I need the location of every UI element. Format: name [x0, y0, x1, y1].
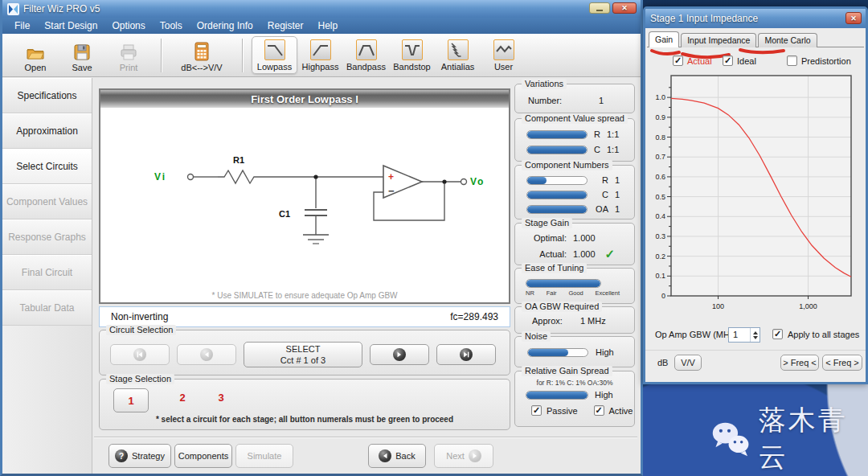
cutoff-frequency-value: fc=289.493 [450, 311, 498, 322]
r-count-bar [526, 176, 588, 185]
sidebar-item-specifications[interactable]: Specifications [2, 78, 92, 113]
back-button[interactable]: Back [368, 444, 426, 468]
variations-group: Variations Number: 1 [514, 84, 635, 113]
actual-checkbox[interactable]: ✓ [673, 55, 683, 66]
sidebar-item-approximation[interactable]: Approximation [2, 113, 92, 149]
passive-checkbox[interactable]: ✓ [531, 405, 542, 416]
vv-toggle[interactable]: V/V [674, 355, 702, 371]
vi-label: Vi [154, 171, 166, 183]
svg-text:1.0: 1.0 [655, 93, 665, 101]
tab-input-impedance[interactable]: Input Impedance [681, 33, 756, 47]
circuit-type-label: Non-inverting [111, 311, 168, 322]
impedance-close-button[interactable]: ✕ [845, 12, 862, 24]
svg-text:0.5: 0.5 [655, 193, 665, 201]
svg-text:0: 0 [661, 292, 665, 300]
menu-options[interactable]: Options [104, 18, 152, 34]
stage-selection-group: Stage Selection 1 2 3 * select a circuit… [99, 379, 510, 430]
sidebar-item-component-values[interactable]: Component Values [2, 184, 92, 220]
svg-text:0.4: 0.4 [655, 212, 665, 220]
menu-help[interactable]: Help [310, 18, 345, 34]
first-circuit-button[interactable] [110, 344, 170, 365]
filter-lowpass-button[interactable]: Lowpass [252, 36, 297, 74]
menu-file[interactable]: File [7, 18, 37, 34]
noise-group: Noise High [514, 336, 635, 367]
impedance-tabs: Gain Input Impedance Monte Carlo [649, 31, 819, 47]
workflow-sidebar: Specifications Approximation Select Circ… [2, 78, 92, 474]
vo-label: Vo [470, 176, 485, 187]
stage-2-button[interactable]: 2 [170, 392, 194, 404]
filter-user-button[interactable]: User [481, 36, 526, 74]
svg-text:0.1: 0.1 [655, 272, 665, 280]
tab-gain[interactable]: Gain [649, 31, 679, 47]
variations-number-label: Number: [528, 96, 562, 105]
tab-monte-carlo[interactable]: Monte Carlo [758, 33, 817, 47]
menu-ordering-info[interactable]: Ordering Info [190, 18, 260, 34]
next-circuit-button[interactable] [370, 344, 429, 365]
filter-bandpass-button[interactable]: Bandpass [343, 36, 389, 74]
predistortion-label: Predistortion [801, 56, 851, 66]
simulate-note: * Use SIMULATE to ensure adequate Op Amp… [100, 291, 509, 300]
next-icon [393, 348, 406, 361]
strategy-button[interactable]: ? Strategy [108, 444, 171, 468]
menu-tools[interactable]: Tools [153, 18, 190, 34]
sidebar-item-tabular-data[interactable]: Tabular Data [2, 290, 92, 326]
print-button[interactable]: Print [105, 39, 152, 72]
ideal-checkbox[interactable]: ✓ [723, 55, 733, 66]
stage-selection-note: * select a circuit for each stage; all b… [100, 415, 510, 424]
db-vv-button[interactable]: dB<-->V/V [170, 39, 233, 72]
c1-label: C1 [279, 209, 290, 219]
previous-circuit-button[interactable] [177, 344, 236, 365]
simulate-button[interactable]: Simulate [235, 444, 293, 468]
stage-gain-group: Stage Gain Optimal: 1.000 Actual: 1.000 … [514, 223, 635, 265]
filter-bandstop-button[interactable]: Bandstop [389, 36, 435, 74]
next-button[interactable]: Next [434, 444, 493, 468]
db-toggle[interactable]: dB [657, 358, 668, 367]
stage-3-button[interactable]: 3 [209, 392, 233, 404]
gbw-value: 1 [729, 328, 750, 342]
svg-text:0.3: 0.3 [655, 232, 665, 240]
save-button[interactable]: Save [59, 39, 105, 72]
stage-1-button[interactable]: 1 [113, 388, 149, 412]
gbw-row: Op Amp GBW (MHz) 1 ✓ Apply to all stages [645, 327, 866, 347]
close-button[interactable]: ✕ [612, 2, 637, 14]
sidebar-item-response-graphs[interactable]: Response Graphs [2, 220, 92, 255]
menu-register[interactable]: Register [260, 18, 311, 34]
svg-text:0.7: 0.7 [655, 153, 665, 161]
bandpass-curve-icon [356, 39, 377, 60]
svg-text:0.9: 0.9 [655, 113, 665, 121]
component-value-spread-group: Component Value spread R 1:1 C 1:1 [514, 118, 635, 162]
relative-gain-spread-group: Relative Gain Spread for R: 1% C: 1% OA:… [514, 371, 635, 427]
active-checkbox[interactable]: ✓ [594, 405, 604, 416]
apply-all-stages-label: Apply to all stages [788, 330, 859, 339]
freq-zoom-out-button[interactable]: < Freq > [822, 355, 862, 371]
components-button[interactable]: Components [174, 444, 232, 468]
watermark-text: 落木青云 [759, 402, 868, 476]
svg-text:0.8: 0.8 [655, 133, 665, 142]
filter-antialias-button[interactable]: Antialias [435, 36, 481, 74]
predistortion-checkbox[interactable] [787, 55, 797, 66]
last-circuit-button[interactable] [436, 344, 496, 365]
gbw-spinner[interactable]: 1 [728, 327, 760, 343]
filter-wiz-window: Filter Wiz PRO v5 ✕ File Start Design Op… [0, 0, 643, 476]
spinner-arrows-icon[interactable] [750, 328, 760, 342]
impedance-titlebar: Stage 1 Input Impedance ✕ [645, 9, 866, 28]
apply-all-stages-checkbox[interactable]: ✓ [772, 329, 783, 339]
minimize-button[interactable] [589, 2, 610, 14]
save-floppy-icon [59, 39, 105, 61]
select-circuit-button[interactable]: SELECT Cct # 1 of 3 [244, 342, 362, 367]
r-spread-bar [526, 130, 588, 139]
tuning-bar [526, 279, 601, 288]
open-button[interactable]: Open [12, 39, 59, 72]
stage1-input-impedance-window: Stage 1 Input Impedance ✕ Gain Input Imp… [643, 6, 868, 384]
svg-text:0.6: 0.6 [655, 173, 665, 181]
noise-bar [527, 348, 588, 357]
menu-start-design[interactable]: Start Design [37, 18, 104, 34]
freq-zoom-in-button[interactable]: > Freq < [780, 355, 819, 371]
sidebar-item-final-circuit[interactable]: Final Circuit [2, 255, 92, 290]
filter-highpass-button[interactable]: Highpass [297, 36, 343, 74]
gbw-label: Op Amp GBW (MHz) [655, 330, 737, 339]
unit-row: dB V/V > Freq < < Freq > [645, 350, 866, 377]
ease-of-tuning-group: Ease of Tuning NR Fair Good Excellent [514, 268, 635, 304]
sidebar-item-select-circuits[interactable]: Select Circuits [2, 149, 92, 184]
r1-label: R1 [233, 155, 244, 165]
